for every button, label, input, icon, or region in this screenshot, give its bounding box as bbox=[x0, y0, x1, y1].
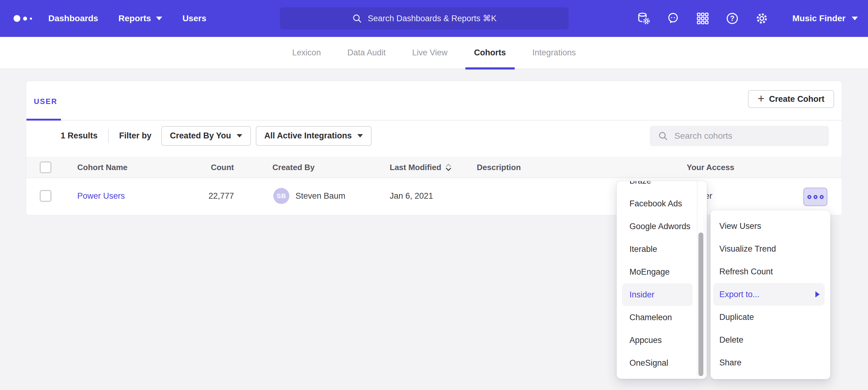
mixpanel-logo-icon[interactable] bbox=[13, 0, 32, 37]
top-navbar: Dashboards Reports Users Search Dashboar… bbox=[0, 0, 868, 37]
select-all-checkbox[interactable] bbox=[40, 161, 52, 173]
last-modified-date: Jan 6, 2021 bbox=[390, 178, 433, 214]
global-search-input[interactable]: Search Dashboards & Reports ⌘K bbox=[280, 7, 568, 30]
submenu-item-braze[interactable]: Braze bbox=[617, 181, 707, 192]
submenu-item-onesignal[interactable]: OneSignal bbox=[617, 352, 707, 374]
primary-nav: Dashboards Reports Users bbox=[48, 0, 206, 37]
column-header-count[interactable]: Count bbox=[168, 157, 234, 178]
filter-created-by-dropdown[interactable]: Created By You bbox=[161, 126, 251, 146]
navbar-actions: ? Music Finder bbox=[637, 0, 858, 37]
apps-grid-icon[interactable] bbox=[695, 11, 710, 26]
table-row: Power Users 22,777 SB Steven Baum Jan 6,… bbox=[26, 178, 842, 214]
cohort-count: 22,777 bbox=[168, 178, 234, 214]
menu-item-delete[interactable]: Delete bbox=[711, 328, 830, 351]
submenu-item-facebook-ads[interactable]: Facebook Ads bbox=[617, 192, 707, 215]
submenu-item-appcues[interactable]: Appcues bbox=[617, 329, 707, 352]
nav-item-label: Users bbox=[183, 13, 207, 23]
column-header-created-by[interactable]: Created By bbox=[272, 157, 315, 178]
svg-text:?: ? bbox=[730, 14, 735, 23]
row-actions-button[interactable] bbox=[803, 188, 827, 206]
nav-item-label: Dashboards bbox=[48, 13, 98, 23]
tab-cohorts[interactable]: Cohorts bbox=[473, 37, 507, 69]
secondary-nav: Lexicon Data Audit Live View Cohorts Int… bbox=[0, 37, 868, 69]
chevron-down-icon bbox=[237, 134, 242, 137]
cohort-name-link[interactable]: Power Users bbox=[77, 191, 125, 201]
tab-data-audit[interactable]: Data Audit bbox=[346, 37, 387, 69]
settings-gear-icon[interactable] bbox=[755, 11, 769, 26]
tab-integrations[interactable]: Integrations bbox=[531, 37, 577, 69]
nav-item-users[interactable]: Users bbox=[183, 13, 207, 23]
nav-item-dashboards[interactable]: Dashboards bbox=[48, 13, 98, 23]
chevron-down-icon bbox=[358, 134, 363, 137]
search-icon bbox=[658, 131, 668, 141]
menu-item-duplicate[interactable]: Duplicate bbox=[711, 306, 830, 328]
submenu-item-chameleon[interactable]: Chameleon bbox=[617, 306, 707, 329]
menu-item-share[interactable]: Share bbox=[711, 351, 830, 374]
page: Dashboards Reports Users Search Dashboar… bbox=[0, 0, 868, 390]
tab-live-view[interactable]: Live View bbox=[411, 37, 449, 69]
export-submenu-list: Braze Facebook Ads Google Adwords Iterab… bbox=[617, 181, 707, 374]
menu-item-visualize-trend[interactable]: Visualize Trend bbox=[711, 237, 830, 260]
menu-item-view-users[interactable]: View Users bbox=[711, 215, 830, 237]
table-header: Cohort Name Count Created By Last Modifi… bbox=[26, 157, 842, 178]
avatar: SB bbox=[273, 188, 289, 204]
row-checkbox[interactable] bbox=[40, 190, 52, 202]
plus-icon: + bbox=[757, 93, 764, 104]
chevron-down-icon bbox=[852, 17, 858, 20]
submenu-arrow-icon bbox=[815, 291, 820, 297]
table-toolbar: 1 Results Filter by Created By You All A… bbox=[26, 121, 842, 151]
submenu-item-google-adwords[interactable]: Google Adwords bbox=[617, 215, 707, 238]
tab-user-cohorts[interactable]: USER bbox=[34, 97, 58, 106]
panel-header: USER + Create Cohort bbox=[26, 81, 842, 121]
scrollbar-thumb[interactable] bbox=[699, 232, 703, 376]
column-header-last-modified[interactable]: Last Modified bbox=[390, 157, 452, 178]
cohorts-panel: USER + Create Cohort 1 Results Filter by… bbox=[26, 81, 842, 215]
sort-icon bbox=[445, 163, 452, 172]
submenu-item-insider[interactable]: Insider bbox=[622, 283, 692, 306]
menu-item-export-to[interactable]: Export to... bbox=[713, 283, 825, 306]
global-search-placeholder: Search Dashboards & Reports ⌘K bbox=[368, 13, 497, 23]
results-count: 1 Results bbox=[61, 131, 98, 140]
chevron-down-icon bbox=[156, 17, 162, 20]
create-cohort-button[interactable]: + Create Cohort bbox=[748, 90, 834, 108]
row-actions-menu: View Users Visualize Trend Refresh Count… bbox=[710, 210, 831, 379]
submenu-item-iterable[interactable]: Iterable bbox=[617, 238, 707, 261]
tab-lexicon[interactable]: Lexicon bbox=[291, 37, 322, 69]
nav-item-reports[interactable]: Reports bbox=[119, 13, 162, 23]
nav-item-label: Reports bbox=[119, 13, 151, 23]
project-switcher[interactable]: Music Finder bbox=[792, 13, 858, 23]
cohort-search-box bbox=[650, 126, 829, 146]
chat-icon[interactable] bbox=[666, 11, 680, 26]
search-icon bbox=[352, 13, 362, 24]
project-name: Music Finder bbox=[792, 13, 845, 23]
help-icon[interactable]: ? bbox=[725, 11, 739, 26]
divider bbox=[108, 129, 108, 143]
column-header-your-access[interactable]: Your Access bbox=[687, 157, 735, 178]
filter-integrations-dropdown[interactable]: All Active Integrations bbox=[256, 126, 372, 146]
submenu-item-moengage[interactable]: MoEngage bbox=[617, 261, 707, 283]
menu-item-refresh-count[interactable]: Refresh Count bbox=[711, 260, 830, 283]
export-submenu: Braze Facebook Ads Google Adwords Iterab… bbox=[617, 181, 707, 379]
column-header-cohort-name[interactable]: Cohort Name bbox=[77, 157, 127, 178]
created-by-name: Steven Baum bbox=[296, 178, 345, 214]
filter-by-label: Filter by bbox=[119, 131, 151, 140]
scrollbar-track bbox=[697, 181, 698, 379]
cohort-search-input[interactable] bbox=[674, 131, 810, 141]
column-header-description[interactable]: Description bbox=[477, 157, 521, 178]
data-management-icon[interactable] bbox=[637, 11, 651, 26]
